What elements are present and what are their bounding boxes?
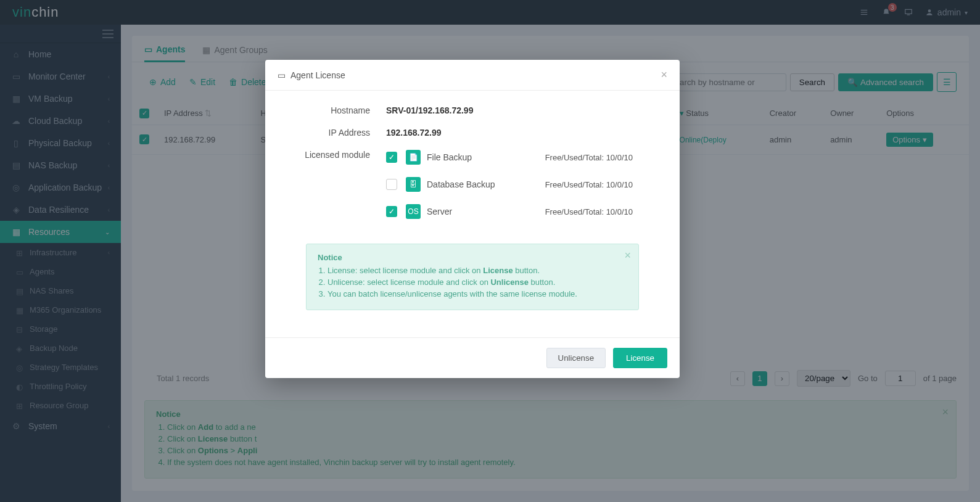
- module-checkbox[interactable]: ✓: [386, 206, 397, 217]
- licensed-module-label: Licensed module: [287, 150, 386, 160]
- module-stats: Free/Used/Total: 10/0/10: [545, 180, 657, 189]
- module-stats: Free/Used/Total: 10/0/10: [545, 153, 657, 162]
- modal-notice-title: Notice: [318, 253, 342, 262]
- module-row: 🗄 Database Backup Free/Used/Total: 10/0/…: [386, 177, 657, 192]
- server-icon: OS: [406, 204, 421, 219]
- agent-license-modal: ▭Agent License × Hostname SRV-01/192.168…: [265, 60, 680, 378]
- modal-footer: Unlicense License: [265, 337, 680, 378]
- notice-item: License: select license module and click…: [327, 266, 627, 275]
- modal-title: Agent License: [290, 70, 345, 80]
- notice-item: Unlicense: select license module and cli…: [327, 278, 627, 287]
- unlicense-button[interactable]: Unlicense: [546, 348, 606, 368]
- license-button[interactable]: License: [613, 348, 667, 368]
- module-checkbox[interactable]: [386, 179, 397, 190]
- module-stats: Free/Used/Total: 10/0/10: [545, 207, 657, 216]
- close-icon[interactable]: ×: [624, 249, 631, 262]
- module-name: Database Backup: [427, 179, 495, 189]
- modal-header: ▭Agent License ×: [265, 60, 680, 91]
- database-backup-icon: 🗄: [406, 177, 421, 192]
- license-icon: ▭: [278, 70, 286, 80]
- file-backup-icon: 📄: [406, 150, 421, 165]
- modal-notice: × Notice License: select license module …: [306, 244, 639, 310]
- notice-item: You can batch license/unlicense agents w…: [327, 289, 627, 298]
- module-row: ✓ OS Server Free/Used/Total: 10/0/10: [386, 204, 657, 219]
- modal-notice-list: License: select license module and click…: [327, 266, 627, 298]
- module-list: ✓ 📄 File Backup Free/Used/Total: 10/0/10…: [386, 150, 657, 231]
- close-icon[interactable]: ×: [661, 68, 667, 81]
- hostname-value: SRV-01/192.168.72.99: [386, 105, 473, 115]
- module-row: ✓ 📄 File Backup Free/Used/Total: 10/0/10: [386, 150, 657, 165]
- module-name: File Backup: [427, 152, 472, 162]
- ip-value: 192.168.72.99: [386, 128, 442, 138]
- hostname-label: Hostname: [287, 105, 386, 115]
- module-name: Server: [427, 207, 452, 216]
- modal-body: Hostname SRV-01/192.168.72.99 IP Address…: [265, 91, 680, 337]
- module-checkbox[interactable]: ✓: [386, 152, 397, 163]
- ip-label: IP Address: [287, 128, 386, 138]
